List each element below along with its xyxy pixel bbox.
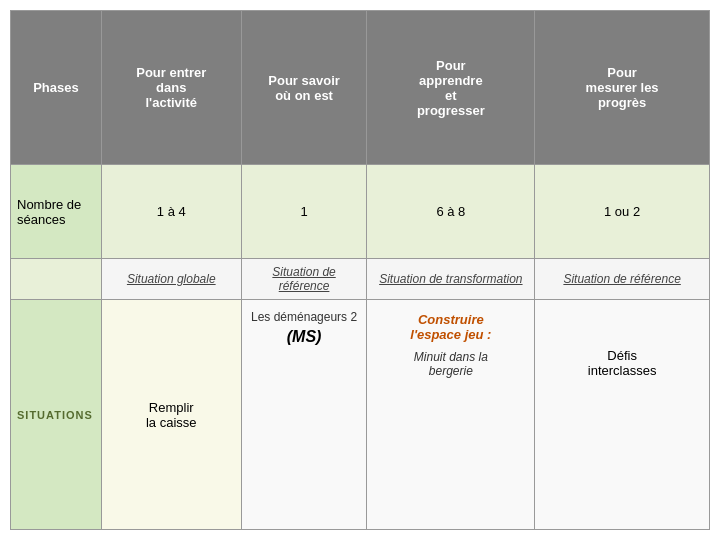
header-apprendre-line3: et (445, 88, 457, 103)
situations-row: SITUATIONS Remplir la caisse Les déménag… (11, 300, 710, 530)
nombre-col3-value: 1 (300, 204, 307, 219)
header-mesurer-line2: mesurer les (586, 80, 659, 95)
situations-col3: Les déménageurs 2 (MS) (241, 300, 367, 530)
situations-col4: Construire l'espace jeu : Minuit dans la… (367, 300, 535, 530)
nombre-col5-value: 1 ou 2 (604, 204, 640, 219)
header-mesurer-line1: Pour (607, 65, 637, 80)
nombre-col4: 6 à 8 (367, 165, 535, 259)
nombre-col3: 1 (241, 165, 367, 259)
header-entrer-line2: dans (156, 80, 186, 95)
header-entrer: Pour entrer dans l'activité (101, 11, 241, 165)
nombre-col5: 1 ou 2 (535, 165, 710, 259)
sit-type-col4: Situation de transformation (367, 259, 535, 300)
nombre-label-line2: séances (17, 212, 65, 227)
situations-col3-intro: Les déménageurs 2 (248, 310, 361, 324)
minuit-line2: bergerie (429, 364, 473, 378)
sit-type-col3: Situation de référence (241, 259, 367, 300)
nombre-col4-value: 6 à 8 (436, 204, 465, 219)
header-apprendre-line4: progresser (417, 103, 485, 118)
defis-line2: interclasses (588, 363, 657, 378)
situations-col3-ms-text: (MS) (287, 328, 322, 345)
situations-col3-ms: (MS) (248, 328, 361, 346)
header-savoir-line1: Pour savoir (268, 73, 340, 88)
situation-type-row: Situation globale Situation de référence… (11, 259, 710, 300)
header-savoir: Pour savoir où on est (241, 11, 367, 165)
header-mesurer: Pour mesurer les progrès (535, 11, 710, 165)
minuit-block: Minuit dans la bergerie (373, 350, 528, 378)
situations-col3-intro-text: Les déménageurs 2 (251, 310, 357, 324)
construire-line2: l'espace jeu : (410, 327, 491, 342)
nombre-label-line1: Nombre de (17, 197, 81, 212)
nombre-row: Nombre de séances 1 à 4 1 6 à 8 1 ou 2 (11, 165, 710, 259)
phases-label: Phases (33, 80, 79, 95)
header-savoir-line2: où on est (275, 88, 333, 103)
sit-type-col2: Situation globale (101, 259, 241, 300)
nombre-col2: 1 à 4 (101, 165, 241, 259)
nombre-col2-value: 1 à 4 (157, 204, 186, 219)
situations-col2: Remplir la caisse (101, 300, 241, 530)
sit-type-col3-label: Situation de référence (272, 265, 335, 293)
header-apprendre-line2: apprendre (419, 73, 483, 88)
sit-type-col2-label: Situation globale (127, 272, 216, 286)
sit-type-col4-label: Situation de transformation (379, 272, 522, 286)
defis-line1: Défis (607, 348, 637, 363)
situations-col2-line2: la caisse (146, 415, 197, 430)
construire-block: Construire l'espace jeu : (373, 312, 528, 342)
header-row: Phases Pour entrer dans l'activité Pour … (11, 11, 710, 165)
situations-label-text: SITUATIONS (17, 409, 93, 421)
phases-table: Phases Pour entrer dans l'activité Pour … (10, 10, 710, 530)
header-entrer-line1: Pour entrer (136, 65, 206, 80)
nombre-label: Nombre de séances (11, 165, 102, 259)
minuit-line1: Minuit dans la (414, 350, 488, 364)
main-container: Phases Pour entrer dans l'activité Pour … (0, 0, 720, 540)
situations-label-cell: SITUATIONS (11, 300, 102, 530)
construire-line1: Construire (418, 312, 484, 327)
header-entrer-line3: l'activité (146, 95, 198, 110)
header-apprendre: Pour apprendre et progresser (367, 11, 535, 165)
situations-col5: Défis interclasses (535, 300, 710, 530)
header-apprendre-line1: Pour (436, 58, 466, 73)
sit-type-col5: Situation de référence (535, 259, 710, 300)
defis-block: Défis interclasses (541, 348, 703, 378)
sit-type-col5-label: Situation de référence (563, 272, 680, 286)
header-phases: Phases (11, 11, 102, 165)
situations-col2-line1: Remplir (149, 400, 194, 415)
sit-type-empty (11, 259, 102, 300)
header-mesurer-line3: progrès (598, 95, 646, 110)
